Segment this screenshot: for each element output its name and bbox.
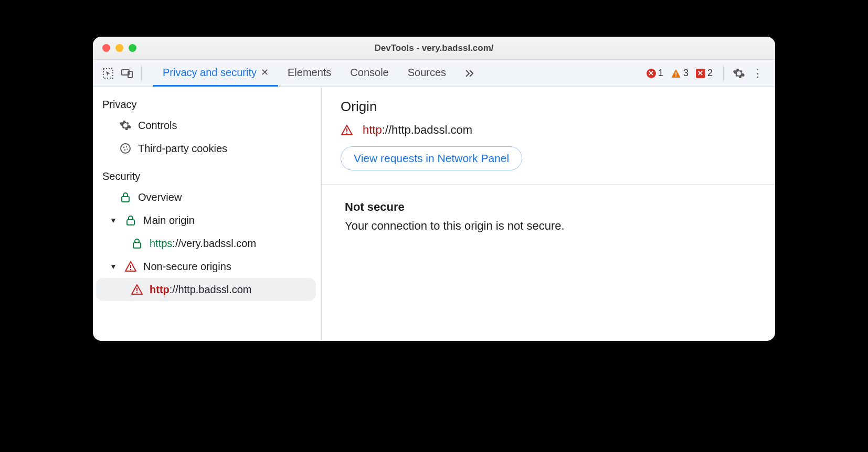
origin-url: https://very.badssl.com xyxy=(150,238,256,250)
warnings-count: 3 xyxy=(683,68,689,79)
sidebar-item-main-origin-url[interactable]: https://very.badssl.com xyxy=(93,232,321,255)
url-scheme: http xyxy=(150,284,170,295)
tab-privacy-and-security[interactable]: Privacy and security ✕ xyxy=(153,60,278,87)
panel-tabs: Privacy and security ✕ Elements Console … xyxy=(153,60,483,87)
toolbar-divider xyxy=(723,66,724,81)
gear-icon xyxy=(119,119,132,132)
tab-console[interactable]: Console xyxy=(341,60,398,87)
error-icon: ✕ xyxy=(647,69,656,78)
disclosure-arrow-icon[interactable]: ▼ xyxy=(109,216,118,224)
sidebar-item-label: Overview xyxy=(138,191,182,203)
view-requests-button[interactable]: View requests in Network Panel xyxy=(341,146,522,170)
origin-row: http://http.badssl.com xyxy=(341,123,756,137)
tab-label: Privacy and security xyxy=(163,67,257,79)
sidebar-item-nonsecure-origin-url[interactable]: http://http.badssl.com xyxy=(96,278,316,301)
sidebar-item-third-party-cookies[interactable]: Third-party cookies xyxy=(93,137,321,160)
sidebar-item-main-origin[interactable]: ▼ Main origin xyxy=(93,209,321,232)
close-tab-icon[interactable]: ✕ xyxy=(261,67,269,78)
tab-sources[interactable]: Sources xyxy=(398,60,456,87)
warnings-counter[interactable]: 3 xyxy=(669,68,691,79)
tab-label: Sources xyxy=(408,67,446,79)
url-rest: ://http.badssl.com xyxy=(382,123,472,136)
message-icon: ✕ xyxy=(696,69,705,78)
more-tabs-button[interactable] xyxy=(456,60,483,87)
main-panel: Origin http://http.badssl.com View reque… xyxy=(322,87,775,341)
tab-elements[interactable]: Elements xyxy=(278,60,341,87)
warning-icon xyxy=(124,260,137,273)
disclosure-arrow-icon[interactable]: ▼ xyxy=(109,262,118,271)
devtools-window: DevTools - very.badssl.com/ Privacy and … xyxy=(93,37,775,341)
tab-label: Console xyxy=(350,67,388,79)
warning-icon xyxy=(131,283,143,296)
status-section: Not secure Your connection to this origi… xyxy=(322,185,775,249)
messages-counter[interactable]: ✕ 2 xyxy=(694,68,715,79)
lock-icon xyxy=(124,214,137,227)
settings-button[interactable] xyxy=(732,67,746,80)
url-rest: ://http.badssl.com xyxy=(170,284,252,295)
lock-icon xyxy=(119,191,132,203)
sidebar-item-nonsecure-origins[interactable]: ▼ Non-secure origins xyxy=(93,255,321,278)
messages-count: 2 xyxy=(707,68,713,79)
status-title: Not secure xyxy=(345,200,752,214)
origin-heading: Origin xyxy=(341,99,756,115)
security-section-title: Security xyxy=(93,167,321,186)
sidebar-item-label: Third-party cookies xyxy=(138,143,227,155)
window-title: DevTools - very.badssl.com/ xyxy=(93,43,775,53)
sidebar-item-label: Main origin xyxy=(143,214,195,227)
warning-icon xyxy=(341,124,353,136)
origin-url: http://http.badssl.com xyxy=(363,123,472,137)
url-scheme: http xyxy=(363,123,382,136)
toolbar: Privacy and security ✕ Elements Console … xyxy=(93,60,775,87)
sidebar-item-label: Non-secure origins xyxy=(143,261,231,273)
url-scheme: https xyxy=(150,238,172,249)
inspect-icon[interactable] xyxy=(101,67,115,80)
device-toolbar-icon[interactable] xyxy=(120,67,134,80)
origin-section: Origin http://http.badssl.com View reque… xyxy=(322,87,775,185)
errors-counter[interactable]: ✕ 1 xyxy=(644,68,665,79)
button-label: View requests in Network Panel xyxy=(354,152,509,165)
titlebar: DevTools - very.badssl.com/ xyxy=(93,37,775,60)
warning-icon xyxy=(671,68,681,79)
more-options-button[interactable]: ⋮ xyxy=(749,67,767,80)
errors-count: 1 xyxy=(658,68,663,79)
toolbar-divider xyxy=(141,66,142,81)
status-body: Your connection to this origin is not se… xyxy=(345,219,752,233)
sidebar-item-controls[interactable]: Controls xyxy=(93,114,321,137)
sidebar-item-label: Controls xyxy=(138,120,177,132)
privacy-section-title: Privacy xyxy=(93,95,321,114)
cookie-icon xyxy=(119,142,132,155)
lock-icon xyxy=(131,237,143,250)
url-rest: ://very.badssl.com xyxy=(172,238,256,249)
sidebar: Privacy Controls Third-party cookies Sec… xyxy=(93,87,322,341)
origin-url: http://http.badssl.com xyxy=(150,284,252,296)
tab-label: Elements xyxy=(288,67,331,79)
sidebar-item-overview[interactable]: Overview xyxy=(93,186,321,209)
